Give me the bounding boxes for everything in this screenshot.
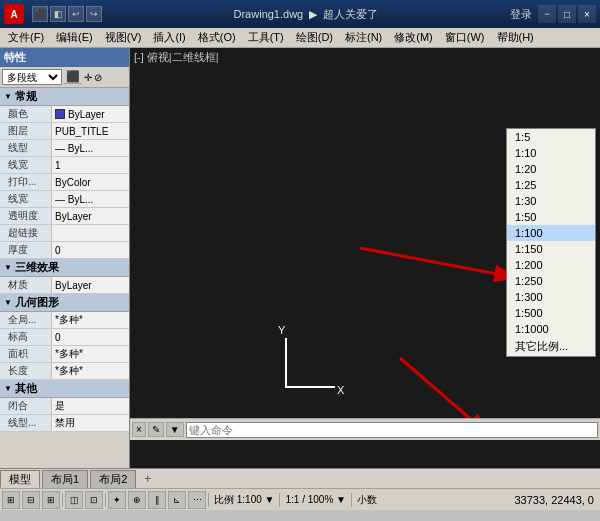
tb-icon-3[interactable]: ↩ — [68, 6, 84, 22]
minimize-btn[interactable]: － — [538, 5, 556, 23]
scale-item-1-150[interactable]: 1:150 — [507, 241, 595, 257]
title-toolbar-icons: ⬛ ◧ ↩ ↪ — [32, 6, 102, 22]
scale-item-1-300[interactable]: 1:300 — [507, 289, 595, 305]
command-area: × ✎ ▼ — [130, 418, 600, 440]
tab-model[interactable]: 模型 — [0, 470, 40, 488]
status-icon-4[interactable]: ◫ — [65, 491, 83, 509]
prop-icon-2[interactable]: ✛ — [84, 72, 92, 83]
command-input[interactable] — [186, 422, 598, 438]
prop-icon-1[interactable]: ⬛ — [64, 70, 82, 84]
menu-draw[interactable]: 绘图(D) — [290, 29, 339, 46]
prop-lineweight: 线宽 1 — [0, 157, 129, 174]
filename: Drawing1.dwg — [234, 8, 304, 20]
menu-help[interactable]: 帮助(H) — [491, 29, 540, 46]
status-icon-9[interactable]: ⊾ — [168, 491, 186, 509]
main-area: 特性 多段线 ⬛ ✛ ⊘ 常规 颜色 ByLayer 图层 PUB_TITLE … — [0, 48, 600, 468]
axis-y-line — [285, 338, 287, 388]
section-general[interactable]: 常规 — [0, 88, 129, 106]
status-icon-5[interactable]: ⊡ — [85, 491, 103, 509]
status-icon-6[interactable]: ✦ — [108, 491, 126, 509]
menu-format[interactable]: 格式(O) — [192, 29, 242, 46]
coordinate-display: 33733, 22443, 0 — [514, 494, 598, 506]
zoom-status[interactable]: 1:1 / 100% ▼ — [282, 494, 349, 505]
prop-material: 材质 ByLayer — [0, 277, 129, 294]
prop-scroll[interactable]: 常规 颜色 ByLayer 图层 PUB_TITLE 线型 — ByL... 线… — [0, 88, 129, 468]
scale-item-1-100[interactable]: 1:100 — [507, 225, 595, 241]
window-controls: － □ × — [538, 5, 596, 23]
axis-y-label: Y — [278, 324, 285, 336]
maximize-btn[interactable]: □ — [558, 5, 576, 23]
panel-header: 特性 — [0, 48, 129, 67]
menu-modify[interactable]: 修改(M) — [388, 29, 439, 46]
cmd-close-icon[interactable]: × — [132, 422, 146, 437]
tab-layout2[interactable]: 布局2 — [90, 470, 136, 488]
status-icon-10[interactable]: ⋯ — [188, 491, 206, 509]
scale-dropdown-menu[interactable]: 1:5 1:10 1:20 1:25 1:30 1:50 1:100 1:150… — [506, 128, 596, 357]
prop-closed: 闭合 是 — [0, 398, 129, 415]
tab-add-button[interactable]: + — [138, 470, 157, 488]
tb-icon-4[interactable]: ↪ — [86, 6, 102, 22]
status-icon-1[interactable]: ⊞ — [2, 491, 20, 509]
close-btn[interactable]: × — [578, 5, 596, 23]
scale-item-1-30[interactable]: 1:30 — [507, 193, 595, 209]
color-swatch — [55, 109, 65, 119]
scale-item-1-500[interactable]: 1:500 — [507, 305, 595, 321]
section-3d[interactable]: 三维效果 — [0, 259, 129, 277]
prop-hyperlink: 超链接 — [0, 225, 129, 242]
scale-item-1-10[interactable]: 1:10 — [507, 145, 595, 161]
object-type-select[interactable]: 多段线 — [2, 69, 62, 85]
scale-status[interactable]: 比例 1:100 ▼ — [211, 493, 277, 507]
status-icon-7[interactable]: ⊕ — [128, 491, 146, 509]
status-bar: ⊞ ⊟ ⊞ ◫ ⊡ ✦ ⊕ ∥ ⊾ ⋯ 比例 1:100 ▼ 1:1 / 100… — [0, 488, 600, 510]
prop-area: 面积 *多种* — [0, 346, 129, 363]
prop-linetype2: 线型... 禁用 — [0, 415, 129, 432]
tb-icon-1[interactable]: ⬛ — [32, 6, 48, 22]
menu-file[interactable]: 文件(F) — [2, 29, 50, 46]
status-icon-3[interactable]: ⊞ — [42, 491, 60, 509]
menu-bar: 文件(F) 编辑(E) 视图(V) 插入(I) 格式(O) 工具(T) 绘图(D… — [0, 28, 600, 48]
menu-edit[interactable]: 编辑(E) — [50, 29, 99, 46]
status-icon-8[interactable]: ∥ — [148, 491, 166, 509]
scale-item-1-5[interactable]: 1:5 — [507, 129, 595, 145]
prop-global: 全局... *多种* — [0, 312, 129, 329]
menu-annotate[interactable]: 标注(N) — [339, 29, 388, 46]
scale-item-1-1000[interactable]: 1:1000 — [507, 321, 595, 337]
prop-linewidth2: 线宽 — ByL... — [0, 191, 129, 208]
prop-length: 长度 *多种* — [0, 363, 129, 380]
scale-item-other[interactable]: 其它比例... — [507, 337, 595, 356]
canvas-area[interactable]: [-] 俯视|二维线框| X Y 1:5 1:10 1:20 1:25 1:30 — [130, 48, 600, 468]
tab-layout1[interactable]: 布局1 — [42, 470, 88, 488]
scale-item-1-250[interactable]: 1:250 — [507, 273, 595, 289]
prop-print: 打印... ByColor — [0, 174, 129, 191]
scale-item-1-200[interactable]: 1:200 — [507, 257, 595, 273]
section-other[interactable]: 其他 — [0, 380, 129, 398]
user-login[interactable]: 登录 — [510, 7, 532, 22]
menu-insert[interactable]: 插入(I) — [147, 29, 191, 46]
prop-toolbar: 多段线 ⬛ ✛ ⊘ — [0, 67, 129, 88]
app-icon: A — [4, 4, 24, 24]
canvas-view-label: [-] 俯视|二维线框| — [134, 50, 219, 65]
cmd-edit-icon[interactable]: ✎ — [148, 422, 164, 437]
prop-icon-3[interactable]: ⊘ — [94, 72, 102, 83]
cmd-dropdown-icon[interactable]: ▼ — [166, 422, 184, 437]
title-bar: A ⬛ ◧ ↩ ↪ Drawing1.dwg ▶ 超人关爱了 登录 － □ × — [0, 0, 600, 28]
prop-transparency: 透明度 ByLayer — [0, 208, 129, 225]
menu-tools[interactable]: 工具(T) — [242, 29, 290, 46]
prop-elevation: 标高 0 — [0, 329, 129, 346]
status-icon-2[interactable]: ⊟ — [22, 491, 40, 509]
prop-layer: 图层 PUB_TITLE — [0, 123, 129, 140]
prop-linetype: 线型 — ByL... — [0, 140, 129, 157]
menu-view[interactable]: 视图(V) — [99, 29, 148, 46]
menu-window[interactable]: 窗口(W) — [439, 29, 491, 46]
tab-bar: 模型 布局1 布局2 + — [0, 468, 600, 488]
scale-item-1-25[interactable]: 1:25 — [507, 177, 595, 193]
prop-thickness: 厚度 0 — [0, 242, 129, 259]
axis-x-label: X — [337, 384, 344, 396]
properties-panel: 特性 多段线 ⬛ ✛ ⊘ 常规 颜色 ByLayer 图层 PUB_TITLE … — [0, 48, 130, 468]
scale-item-1-20[interactable]: 1:20 — [507, 161, 595, 177]
tb-icon-2[interactable]: ◧ — [50, 6, 66, 22]
scale-item-1-50[interactable]: 1:50 — [507, 209, 595, 225]
section-geometry[interactable]: 几何图形 — [0, 294, 129, 312]
svg-line-1 — [360, 248, 518, 278]
decimal-label: 小数 — [354, 493, 380, 507]
